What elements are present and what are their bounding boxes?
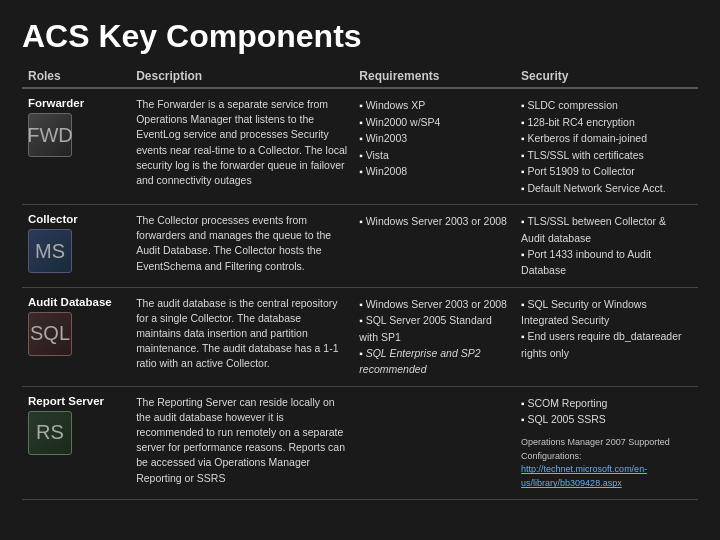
requirement-item: SQL Server 2005 Standard with SP1 xyxy=(359,312,509,345)
requirements-cell xyxy=(353,386,515,500)
requirement-item: Win2003 xyxy=(359,130,509,147)
security-item: Port 1433 inbound to Audit Database xyxy=(521,246,692,279)
security-item: 128-bit RC4 encryption xyxy=(521,114,692,131)
requirement-item: Windows Server 2003 or 2008 xyxy=(359,213,509,230)
table-row: CollectorMSThe Collector processes event… xyxy=(22,205,698,288)
table-row: Report ServerRSThe Reporting Server can … xyxy=(22,386,698,500)
security-item: SQL Security or Windows Integrated Secur… xyxy=(521,296,692,329)
requirement-item: Vista xyxy=(359,147,509,164)
security-cell: TLS/SSL between Collector & Audit databa… xyxy=(515,205,698,288)
role-label: Forwarder xyxy=(28,97,124,109)
role-cell: CollectorMS xyxy=(22,205,130,288)
main-table: Roles Description Requirements Security … xyxy=(22,65,698,500)
role-icon-glyph: FWD xyxy=(27,124,73,147)
role-icon-glyph: MS xyxy=(35,240,65,263)
requirements-cell: Windows Server 2003 or 2008SQL Server 20… xyxy=(353,287,515,386)
requirement-item: Windows Server 2003 or 2008 xyxy=(359,296,509,313)
role-cell: ForwarderFWD xyxy=(22,88,130,205)
description-cell: The audit database is the central reposi… xyxy=(130,287,353,386)
description-cell: The Reporting Server can reside locally … xyxy=(130,386,353,500)
role-label: Audit Database xyxy=(28,296,124,308)
security-item: SQL 2005 SSRS xyxy=(521,411,692,428)
description-cell: The Forwarder is a separate service from… xyxy=(130,88,353,205)
requirement-item: Win2008 xyxy=(359,163,509,180)
role-cell: Audit DatabaseSQL xyxy=(22,287,130,386)
page-container: ACS Key Components Roles Description Req… xyxy=(0,0,720,540)
security-item: TLS/SSL between Collector & Audit databa… xyxy=(521,213,692,246)
role-label: Report Server xyxy=(28,395,124,407)
role-icon: FWD xyxy=(28,113,72,157)
role-icon: MS xyxy=(28,229,72,273)
col-header-requirements: Requirements xyxy=(353,65,515,88)
role-cell: Report ServerRS xyxy=(22,386,130,500)
role-icon-glyph: SQL xyxy=(30,322,70,345)
requirements-cell: Windows Server 2003 or 2008 xyxy=(353,205,515,288)
footer-label: Operations Manager 2007 Supported Config… xyxy=(521,436,692,492)
security-cell: SCOM ReportingSQL 2005 SSRSOperations Ma… xyxy=(515,386,698,500)
security-item: SLDC compression xyxy=(521,97,692,114)
role-icon: SQL xyxy=(28,312,72,356)
security-cell: SLDC compression128-bit RC4 encryptionKe… xyxy=(515,88,698,205)
footer-link[interactable]: http://technet.microsoft.com/en-us/libra… xyxy=(521,464,647,488)
security-item: Default Network Service Acct. xyxy=(521,180,692,197)
table-row: Audit DatabaseSQLThe audit database is t… xyxy=(22,287,698,386)
role-icon: RS xyxy=(28,411,72,455)
security-item: Kerberos if domain-joined xyxy=(521,130,692,147)
requirement-item: Windows XP xyxy=(359,97,509,114)
col-header-security: Security xyxy=(515,65,698,88)
table-row: ForwarderFWDThe Forwarder is a separate … xyxy=(22,88,698,205)
requirement-item: Win2000 w/SP4 xyxy=(359,114,509,131)
description-cell: The Collector processes events from forw… xyxy=(130,205,353,288)
security-item: End users require db_datareader rights o… xyxy=(521,328,692,361)
security-cell: SQL Security or Windows Integrated Secur… xyxy=(515,287,698,386)
security-item: Port 51909 to Collector xyxy=(521,163,692,180)
col-header-description: Description xyxy=(130,65,353,88)
requirements-cell: Windows XPWin2000 w/SP4Win2003VistaWin20… xyxy=(353,88,515,205)
security-item: SCOM Reporting xyxy=(521,395,692,412)
page-title: ACS Key Components xyxy=(22,18,698,55)
role-label: Collector xyxy=(28,213,124,225)
role-icon-glyph: RS xyxy=(36,421,64,444)
security-item: TLS/SSL with certificates xyxy=(521,147,692,164)
col-header-roles: Roles xyxy=(22,65,130,88)
requirement-item: SQL Enterprise and SP2 recommended xyxy=(359,345,509,378)
